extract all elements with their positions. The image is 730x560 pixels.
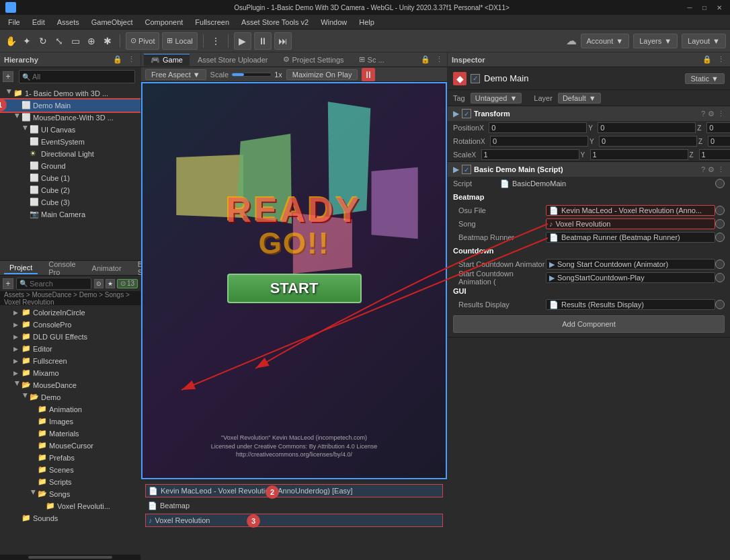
script-menu-icon[interactable]: ⋮ — [717, 165, 725, 174]
menu-asset-store-tools[interactable]: Asset Store Tools v2 — [236, 17, 314, 28]
hierarchy-item-ground[interactable]: ⬜ Ground — [0, 160, 140, 172]
filter-icon1[interactable]: ⊙ — [94, 279, 104, 288]
menu-file[interactable]: File — [3, 17, 26, 28]
go-name-field[interactable]: Demo Main — [484, 73, 528, 83]
hierarchy-item-uicanvas[interactable]: ▶ ⬜ UI Canvas — [0, 124, 140, 136]
close-button[interactable]: ✕ — [714, 2, 725, 13]
tab-game[interactable]: 🎮 Game — [144, 54, 190, 66]
hierarchy-item-dirlight[interactable]: ☀ Directional Light — [0, 148, 140, 160]
pause-button[interactable]: ⏸ — [254, 32, 272, 50]
cloud-icon[interactable]: ☁ — [566, 34, 577, 47]
project-item-consolepro[interactable]: ▶📁ConsolePro — [0, 319, 140, 331]
hierarchy-item-cube3[interactable]: ⬜ Cube (3) — [0, 196, 140, 208]
hand-tool[interactable]: ✋ — [4, 34, 17, 48]
position-y-input[interactable] — [598, 122, 696, 133]
hierarchy-item-scene[interactable]: ▶ 📁 1- Basic Demo with 3D ... — [0, 87, 140, 99]
inspector-menu-icon[interactable]: ⋮ — [715, 54, 726, 65]
maximize-on-play[interactable]: Maximize On Play — [286, 69, 358, 80]
inspector-lock-icon[interactable]: 🔒 — [702, 54, 713, 65]
project-item-prefabs[interactable]: 📁Prefabs — [0, 452, 140, 464]
file-item-voxel[interactable]: ♪ Voxel Revolution 3 — [145, 514, 443, 527]
snap-icon[interactable]: ⋮ — [209, 34, 222, 48]
local-button[interactable]: ⊞ Local — [162, 32, 197, 50]
transform-tool[interactable]: ⊕ — [85, 34, 98, 48]
hierarchy-item-mousedance[interactable]: ▶ ⬜ MouseDance-With 3D ... — [0, 112, 140, 124]
hierarchy-lock-icon[interactable]: 🔒 — [112, 54, 123, 65]
tab-sc[interactable]: ⊞ Sc ... — [352, 54, 391, 65]
song-value[interactable]: ♪ Voxel Revolution — [546, 218, 715, 229]
hierarchy-item-demomain[interactable]: ⬜ Demo Main 1 — [0, 99, 140, 112]
transform-enabled-checkbox[interactable] — [462, 109, 471, 118]
hierarchy-item-eventsystem[interactable]: ⬜ EventSystem — [0, 136, 140, 148]
project-item-materials[interactable]: 📁Materials — [0, 428, 140, 440]
song-select[interactable] — [715, 219, 725, 229]
project-item-fullscreen[interactable]: ▶📁Fullscreen — [0, 355, 140, 367]
project-item-scenes[interactable]: 📁Scenes — [0, 464, 140, 476]
mute-button[interactable]: ⏸ — [362, 68, 375, 81]
start-button[interactable]: START — [227, 274, 362, 303]
go-active-checkbox[interactable] — [471, 74, 480, 83]
start-anim2-value[interactable]: ▶ SongStartCountdown-Play — [546, 272, 715, 283]
play-button[interactable]: ▶ — [234, 32, 251, 50]
rotation-z-input[interactable] — [708, 136, 730, 147]
project-scrollbar[interactable] — [0, 555, 140, 560]
static-dropdown[interactable]: Static ▼ — [685, 73, 725, 84]
aspect-dropdown[interactable]: Free Aspect ▼ — [145, 69, 206, 80]
project-item-voxelrev[interactable]: 📁Voxel Revoluti... — [0, 500, 140, 512]
script-select-circle[interactable] — [715, 179, 725, 188]
results-select[interactable] — [715, 300, 725, 309]
menu-help[interactable]: Help — [354, 17, 380, 28]
transform-menu-icon[interactable]: ⋮ — [717, 110, 725, 118]
osu-file-value[interactable]: 📄 Kevin MacLeod - Voxel Revolution (Anno… — [546, 205, 715, 216]
project-item-scripts[interactable]: 📁Scripts — [0, 476, 140, 488]
position-z-input[interactable] — [706, 122, 730, 133]
osu-file-select[interactable] — [715, 206, 725, 215]
layers-dropdown[interactable]: Layers ▼ — [633, 34, 678, 48]
menu-gameobject[interactable]: GameObject — [86, 17, 138, 28]
menu-fullscreen[interactable]: Fullscreen — [190, 17, 235, 28]
position-x-input[interactable] — [489, 122, 587, 133]
scale-x-input[interactable] — [481, 149, 579, 160]
start-anim2-select[interactable] — [715, 273, 725, 282]
project-item-editor[interactable]: ▶📁Editor — [0, 343, 140, 355]
tab-animator[interactable]: Animator — [87, 263, 127, 274]
transform-settings-icon[interactable]: ⚙ — [708, 110, 715, 118]
tab-project[interactable]: Project — [4, 262, 38, 274]
project-item-animation[interactable]: 📁Animation — [0, 403, 140, 415]
project-item-images[interactable]: 📁Images — [0, 415, 140, 428]
transform-header[interactable]: ▶ Transform ? ⚙ ⋮ — [448, 106, 730, 121]
project-add-button[interactable]: + — [3, 278, 13, 289]
tab-assetstore[interactable]: Asset Store Uploader — [191, 54, 275, 65]
step-button[interactable]: ⏭ — [274, 32, 292, 50]
project-item-mousecursor[interactable]: 📁MouseCursor — [0, 440, 140, 452]
script-enabled-checkbox[interactable] — [462, 165, 471, 174]
middle-menu-icon[interactable]: ⋮ — [434, 54, 444, 65]
start-anim-value[interactable]: ▶ Song Start Countdown (Animator) — [546, 259, 715, 270]
hierarchy-item-cube2[interactable]: ⬜ Cube (2) — [0, 184, 140, 196]
project-item-dld[interactable]: ▶📁DLD GUI Effects — [0, 331, 140, 343]
scale-y-input[interactable] — [590, 149, 688, 160]
file-item-beatmap2[interactable]: 📄 Beatmap — [145, 499, 443, 512]
rotate-tool[interactable]: ↻ — [36, 34, 50, 48]
project-item-sounds[interactable]: 📁Sounds — [0, 512, 140, 524]
tag-dropdown[interactable]: Untagged ▼ — [471, 93, 522, 104]
move-tool[interactable]: ✦ — [20, 34, 34, 48]
project-item-mousedance[interactable]: ▶📂MouseDance — [0, 379, 140, 391]
project-item-mixamo[interactable]: ▶📁Mixamo — [0, 367, 140, 379]
transform-help-icon[interactable]: ? — [701, 110, 705, 118]
file-item-beatmap[interactable]: 📄 Kevin MacLeod - Voxel Revolution (Anno… — [145, 484, 443, 497]
rotation-y-input[interactable] — [599, 136, 697, 147]
script-settings-icon[interactable]: ⚙ — [708, 165, 715, 174]
hierarchy-item-maincam[interactable]: 📷 Main Camera — [0, 208, 140, 221]
beatmap-runner-value[interactable]: 📄 Beatmap Runner (Beatmap Runner) — [546, 232, 715, 243]
account-dropdown[interactable]: Account ▼ — [581, 34, 630, 48]
tab-projectsettings[interactable]: ⚙ Project Settings — [276, 54, 351, 65]
tab-consolepro[interactable]: Console Pro — [43, 259, 81, 278]
pivot-button[interactable]: ⊙ Pivot — [126, 32, 159, 50]
menu-edit[interactable]: Edit — [27, 17, 50, 28]
rect-tool[interactable]: ▭ — [69, 34, 82, 48]
scale-tool[interactable]: ⤡ — [52, 34, 66, 48]
minimize-button[interactable]: ─ — [684, 2, 695, 13]
middle-lock-icon[interactable]: 🔒 — [420, 54, 431, 65]
menu-window[interactable]: Window — [315, 17, 352, 28]
